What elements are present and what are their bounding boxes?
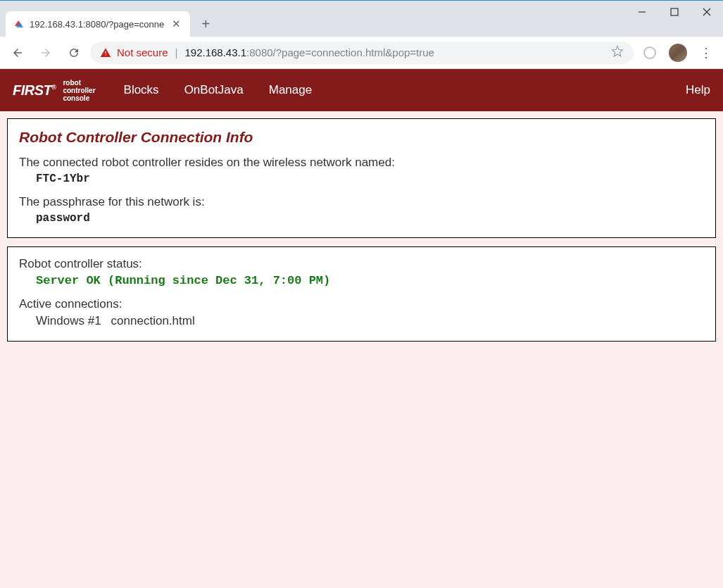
nav-help[interactable]: Help	[686, 83, 710, 97]
browser-toolbar: Not secure | 192.168.43.1:8080/?page=con…	[0, 37, 723, 69]
passphrase-value: password	[36, 212, 704, 225]
maximize-button[interactable]	[658, 1, 691, 23]
nav-links: Blocks OnBotJava Manage	[124, 83, 313, 97]
tab-close-icon[interactable]: ✕	[170, 18, 183, 30]
status-value: Server OK (Running since Dec 31, 7:00 PM…	[36, 274, 704, 287]
connection-client: Windows #1	[36, 314, 101, 327]
svg-rect-3	[671, 8, 678, 15]
nav-onbotjava[interactable]: OnBotJava	[184, 83, 244, 97]
minimize-button[interactable]	[626, 1, 658, 23]
nav-manage[interactable]: Manage	[269, 83, 312, 97]
window-controls	[626, 1, 723, 23]
browser-menu-button[interactable]: ⋮	[694, 45, 717, 61]
url-text: 192.168.43.1:8080/?page=connection.html&…	[184, 46, 434, 58]
close-window-button[interactable]	[691, 1, 723, 23]
tab-favicon	[13, 18, 24, 30]
warning-icon	[100, 47, 111, 58]
bookmark-star-icon[interactable]	[611, 45, 624, 60]
logo-block[interactable]: FIRST® robot controller console	[13, 79, 96, 102]
reload-button[interactable]	[62, 41, 86, 65]
browser-tab[interactable]: 192.168.43.1:8080/?page=conne ✕	[6, 11, 190, 37]
new-tab-button[interactable]: +	[196, 14, 215, 34]
panel-title: Robot Controller Connection Info	[19, 129, 704, 146]
connection-row: Windows #1connection.html	[36, 314, 704, 328]
app-body: Robot Controller Connection Info The con…	[0, 111, 723, 588]
profile-avatar[interactable]	[666, 41, 690, 65]
not-secure-badge: Not secure	[100, 46, 168, 58]
connection-page: connection.html	[111, 314, 195, 327]
address-bar[interactable]: Not secure | 192.168.43.1:8080/?page=con…	[90, 42, 634, 64]
active-connections-label: Active connections:	[19, 297, 704, 311]
network-name: FTC-1Ybr	[36, 173, 704, 185]
network-label: The connected robot controller resides o…	[19, 156, 704, 170]
browser-titlebar: 192.168.43.1:8080/?page=conne ✕ +	[0, 0, 723, 37]
connection-info-panel: Robot Controller Connection Info The con…	[7, 118, 716, 238]
not-secure-text: Not secure	[117, 46, 168, 58]
extension-icon[interactable]	[638, 41, 662, 65]
status-panel: Robot controller status: Server OK (Runn…	[7, 246, 716, 342]
status-label: Robot controller status:	[19, 257, 704, 271]
tab-title: 192.168.43.1:8080/?page=conne	[30, 19, 164, 30]
forward-button[interactable]	[34, 41, 58, 65]
app-header: FIRST® robot controller console Blocks O…	[0, 69, 723, 111]
logo-subtitle: robot controller console	[63, 79, 95, 102]
back-button[interactable]	[6, 41, 30, 65]
url-divider: |	[175, 46, 178, 58]
nav-blocks[interactable]: Blocks	[124, 83, 159, 97]
first-logo: FIRST®	[13, 82, 56, 99]
passphrase-label: The passphrase for this network is:	[19, 195, 704, 209]
